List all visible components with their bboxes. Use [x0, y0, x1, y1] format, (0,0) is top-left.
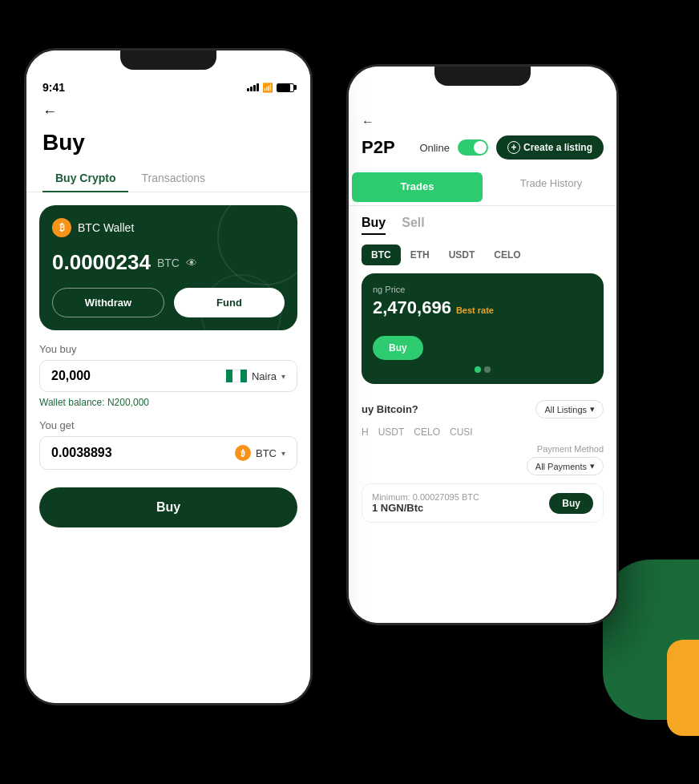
chevron-down-currency-icon: ▾	[281, 372, 285, 381]
tab-buy-crypto[interactable]: Buy Crypto	[42, 165, 128, 192]
buy-amount-value: 20,000	[51, 369, 226, 383]
p2p-actions: Online + Create a listing	[419, 135, 604, 160]
toggle-knob	[474, 141, 487, 154]
price-label: ng Price	[373, 285, 592, 294]
create-listing-label: Create a listing	[523, 142, 592, 153]
btc-get-icon: ₿	[235, 445, 251, 461]
listing-min-label: Minimum: 0.00027095 BTC	[372, 492, 479, 502]
bg-yellow-decoration	[667, 640, 699, 736]
wifi-icon: 📶	[262, 83, 273, 93]
chevron-down-icon: ▾	[590, 404, 595, 414]
price-card-buy-button[interactable]: Buy	[373, 336, 423, 360]
filter-tabs: H USDT CELO CUSI	[362, 426, 604, 438]
sell-tab[interactable]: Sell	[402, 216, 424, 235]
wallet-balance-hint: Wallet balance: N200,000	[39, 397, 297, 408]
tab-trades[interactable]: Trades	[352, 172, 483, 202]
all-listings-button[interactable]: All Listings ▾	[535, 400, 604, 418]
card-indicators	[373, 366, 592, 373]
buy-sell-tabs: Buy Sell	[349, 216, 616, 235]
indicator-1	[475, 366, 481, 373]
you-get-label: You get	[39, 419, 297, 431]
wallet-name: BTC Wallet	[78, 221, 134, 234]
indicator-2	[484, 366, 491, 373]
eye-icon[interactable]: 👁	[186, 257, 197, 269]
back-nav-front[interactable]: ←	[26, 97, 310, 127]
p2p-title: P2P	[362, 137, 395, 158]
crypto-tab-eth[interactable]: ETH	[401, 244, 439, 265]
price-card: ng Price 2,470,696 Best rate Buy	[362, 273, 604, 384]
p2p-tabs-nav: Trades Trade History	[349, 169, 616, 206]
phone-back: ← P2P Online + Create a listing Trades	[346, 64, 619, 625]
listing-rate-label: 1 NGN/Btc	[372, 502, 479, 514]
p2p-header: P2P Online + Create a listing	[349, 129, 616, 169]
online-toggle[interactable]	[458, 139, 488, 156]
payment-method-label: Payment Method	[537, 444, 604, 454]
phone-front: 9:41 📶 ← Buy Buy Crypto	[24, 48, 313, 705]
why-buy-section: uy Bitcoin? All Listings ▾ H USDT CELO C…	[349, 394, 616, 535]
filter-tab-celo[interactable]: CELO	[414, 426, 440, 438]
chevron-down-btc-icon: ▾	[281, 449, 285, 458]
listing-item: Minimum: 0.00027095 BTC 1 NGN/Btc Buy	[362, 483, 604, 523]
status-time: 9:41	[42, 81, 65, 94]
withdraw-button[interactable]: Withdraw	[52, 288, 164, 317]
listing-buy-button[interactable]: Buy	[549, 493, 593, 514]
back-arrow-icon-front: ←	[42, 103, 57, 119]
back-arrow-icon-back: ←	[362, 115, 374, 128]
get-amount-value: 0.0038893	[51, 446, 235, 460]
online-label: Online	[419, 142, 450, 154]
status-icons: 📶	[247, 83, 294, 93]
notch-front	[120, 51, 216, 70]
all-payments-button[interactable]: All Payments ▾	[527, 457, 604, 475]
battery-icon	[277, 83, 294, 92]
why-buy-title: uy Bitcoin?	[362, 403, 418, 415]
buy-amount-input-row[interactable]: 20,000 Naira ▾	[39, 360, 297, 392]
filter-tab-cusi[interactable]: CUSI	[450, 426, 473, 438]
notch-back	[434, 67, 531, 86]
back-nav-back[interactable]: ←	[349, 111, 616, 129]
btc-wallet-icon: ₿	[52, 218, 71, 237]
wallet-currency-label: BTC	[157, 257, 180, 269]
get-amount-input-row[interactable]: 0.0038893 ₿ BTC ▾	[39, 436, 297, 470]
nigeria-flag-icon	[226, 370, 247, 382]
buy-form: You buy 20,000 Naira ▾ Wallet balance: N…	[26, 343, 310, 470]
wallet-card: ₿ BTC Wallet 0.0000234 BTC 👁 Withdraw Fu…	[39, 205, 297, 330]
best-rate-badge: Best rate	[456, 305, 494, 315]
filter-tab-usdt[interactable]: USDT	[378, 426, 405, 438]
price-amount: 2,470,696	[373, 297, 451, 318]
chevron-down-payments-icon: ▾	[590, 461, 595, 471]
buy-submit-button[interactable]: Buy	[39, 487, 297, 527]
filter-tab-h[interactable]: H	[362, 426, 369, 438]
status-bar: 9:41 📶	[26, 75, 310, 97]
plus-circle-icon: +	[507, 141, 520, 154]
btc-selector[interactable]: ₿ BTC ▾	[235, 445, 285, 461]
page-title: Buy	[26, 127, 310, 165]
tab-transactions[interactable]: Transactions	[128, 165, 218, 192]
buy-tab[interactable]: Buy	[362, 216, 386, 235]
crypto-tab-celo[interactable]: CELO	[484, 244, 530, 265]
wallet-balance-amount: 0.0000234	[52, 250, 151, 275]
tab-trade-history[interactable]: Trade History	[486, 169, 616, 206]
crypto-tabs: BTC ETH USDT CELO	[349, 244, 616, 265]
why-buy-header: uy Bitcoin? All Listings ▾	[362, 400, 604, 418]
currency-selector[interactable]: Naira ▾	[226, 370, 285, 382]
signal-icon	[247, 83, 259, 91]
crypto-tab-usdt[interactable]: USDT	[439, 244, 485, 265]
you-buy-label: You buy	[39, 343, 297, 355]
currency-name: Naira	[252, 370, 277, 382]
crypto-tab-btc[interactable]: BTC	[362, 244, 401, 265]
tab-bar: Buy Crypto Transactions	[26, 165, 310, 192]
create-listing-button[interactable]: + Create a listing	[496, 135, 604, 160]
get-currency-name: BTC	[256, 447, 277, 459]
